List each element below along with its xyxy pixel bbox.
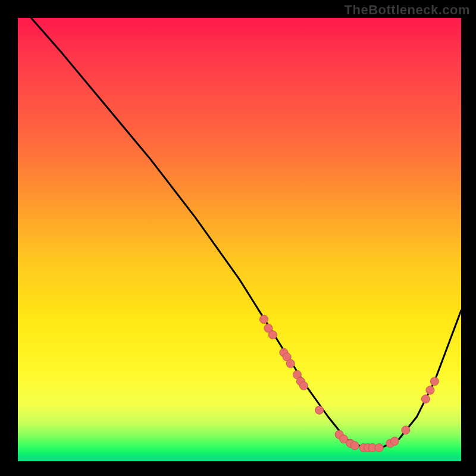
chart-svg <box>18 18 461 461</box>
curve-marker <box>421 395 430 403</box>
curve-markers <box>260 315 439 452</box>
curve-marker <box>286 359 295 368</box>
curve-marker <box>390 437 399 446</box>
chart-frame: TheBottleneck.com <box>0 0 476 476</box>
watermark-text: TheBottleneck.com <box>345 2 470 18</box>
curve-marker <box>268 331 277 339</box>
curve-marker <box>300 381 308 390</box>
curve-marker <box>402 426 410 434</box>
curve-marker <box>426 386 434 394</box>
plot-gradient-area <box>18 18 461 461</box>
curve-marker <box>315 406 324 414</box>
curve-marker <box>375 444 383 452</box>
curve-marker <box>430 377 439 386</box>
curve-marker <box>350 441 359 450</box>
bottleneck-curve <box>18 0 461 448</box>
curve-marker <box>260 315 268 324</box>
